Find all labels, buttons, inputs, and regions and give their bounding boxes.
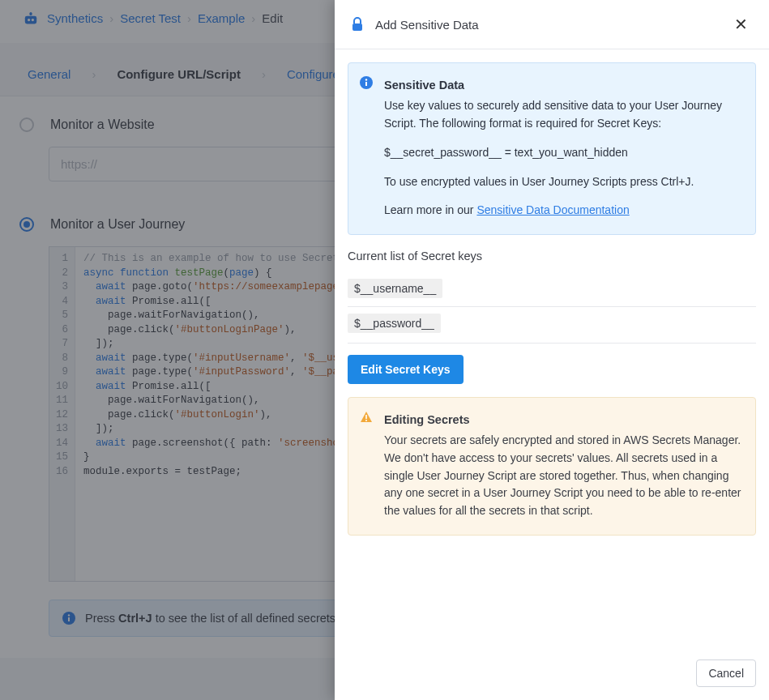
edit-secret-keys-button[interactable]: Edit Secret Keys (348, 355, 464, 384)
svg-rect-9 (365, 82, 367, 86)
sensitive-data-info-alert: Sensitive Data Use key values to securel… (348, 62, 756, 235)
info-format-example: $__secret_password__ = text_you_want_hid… (384, 144, 742, 162)
info-learn-more: Learn more in our Sensitive Data Documen… (384, 202, 742, 220)
cancel-button[interactable]: Cancel (696, 659, 756, 687)
info-ctrlj-line: To use encrypted values in User Journey … (384, 173, 742, 191)
secret-keys-list-label: Current list of Secret keys (348, 250, 756, 262)
add-sensitive-data-panel: Add Sensitive Data ✕ Sensitive Data Use … (335, 0, 769, 700)
svg-point-10 (365, 79, 367, 80)
svg-rect-11 (365, 415, 367, 419)
warning-icon (360, 411, 373, 424)
editing-secrets-warning-alert: Editing Secrets Your secrets are safely … (348, 397, 756, 536)
secret-key-pill: $__password__ (348, 314, 441, 333)
info-heading: Sensitive Data (384, 76, 742, 94)
secret-key-row: $__password__ (348, 306, 756, 341)
panel-header: Add Sensitive Data ✕ (335, 0, 769, 49)
secret-key-pill: $__username__ (348, 279, 442, 298)
secret-key-row: $__username__ (348, 272, 756, 306)
secret-keys-list: $__username__ $__password__ (348, 272, 756, 344)
close-icon[interactable]: ✕ (729, 13, 753, 36)
info-icon (360, 76, 373, 89)
info-body: Use key values to securely add sensitive… (384, 97, 742, 132)
svg-point-12 (365, 420, 367, 421)
panel-footer: Cancel (335, 650, 769, 700)
lock-icon (351, 17, 364, 32)
panel-body: Sensitive Data Use key values to securel… (335, 49, 769, 650)
panel-title: Add Sensitive Data (375, 18, 718, 32)
warning-body: Your secrets are safely encrypted and st… (384, 432, 742, 519)
documentation-link[interactable]: Sensitive Data Documentation (476, 203, 629, 216)
svg-rect-7 (352, 23, 362, 31)
warning-heading: Editing Secrets (384, 411, 742, 429)
